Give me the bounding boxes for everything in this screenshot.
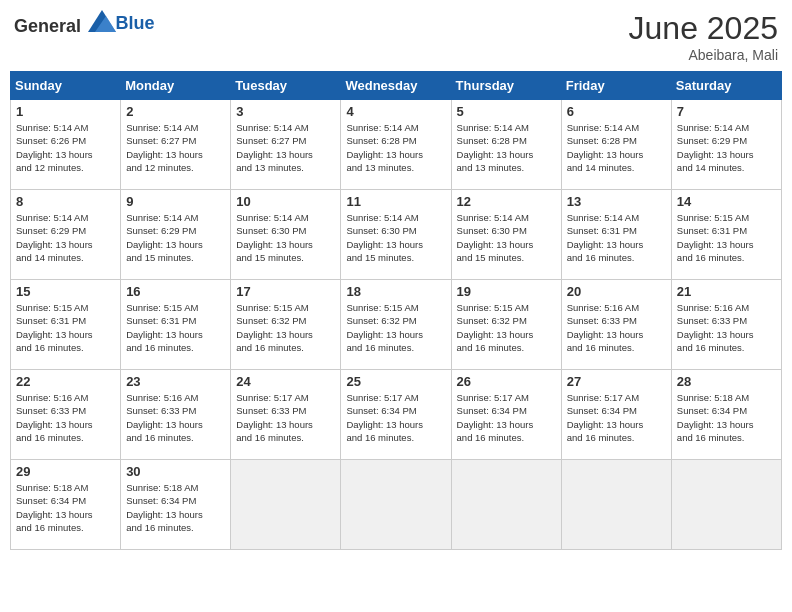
- month-title: June 2025: [629, 10, 778, 47]
- week-row-3: 15 Sunrise: 5:15 AMSunset: 6:31 PMDaylig…: [11, 280, 782, 370]
- logo-blue: Blue: [116, 13, 155, 33]
- day-20: 20 Sunrise: 5:16 AMSunset: 6:33 PMDaylig…: [561, 280, 671, 370]
- day-21: 21 Sunrise: 5:16 AMSunset: 6:33 PMDaylig…: [671, 280, 781, 370]
- day-2: 2 Sunrise: 5:14 AMSunset: 6:27 PMDayligh…: [121, 100, 231, 190]
- week-row-4: 22 Sunrise: 5:16 AMSunset: 6:33 PMDaylig…: [11, 370, 782, 460]
- day-6: 6 Sunrise: 5:14 AMSunset: 6:28 PMDayligh…: [561, 100, 671, 190]
- week-row-5: 29 Sunrise: 5:18 AMSunset: 6:34 PMDaylig…: [11, 460, 782, 550]
- day-7: 7 Sunrise: 5:14 AMSunset: 6:29 PMDayligh…: [671, 100, 781, 190]
- week-row-2: 8 Sunrise: 5:14 AMSunset: 6:29 PMDayligh…: [11, 190, 782, 280]
- day-empty-1: [231, 460, 341, 550]
- day-22: 22 Sunrise: 5:16 AMSunset: 6:33 PMDaylig…: [11, 370, 121, 460]
- day-27: 27 Sunrise: 5:17 AMSunset: 6:34 PMDaylig…: [561, 370, 671, 460]
- day-3: 3 Sunrise: 5:14 AMSunset: 6:27 PMDayligh…: [231, 100, 341, 190]
- day-14: 14 Sunrise: 5:15 AMSunset: 6:31 PMDaylig…: [671, 190, 781, 280]
- day-13: 13 Sunrise: 5:14 AMSunset: 6:31 PMDaylig…: [561, 190, 671, 280]
- day-10: 10 Sunrise: 5:14 AMSunset: 6:30 PMDaylig…: [231, 190, 341, 280]
- day-empty-5: [671, 460, 781, 550]
- day-30: 30 Sunrise: 5:18 AMSunset: 6:34 PMDaylig…: [121, 460, 231, 550]
- day-8: 8 Sunrise: 5:14 AMSunset: 6:29 PMDayligh…: [11, 190, 121, 280]
- col-thursday: Thursday: [451, 72, 561, 100]
- day-24: 24 Sunrise: 5:17 AMSunset: 6:33 PMDaylig…: [231, 370, 341, 460]
- col-friday: Friday: [561, 72, 671, 100]
- logo-icon: [88, 10, 116, 32]
- day-17: 17 Sunrise: 5:15 AMSunset: 6:32 PMDaylig…: [231, 280, 341, 370]
- col-tuesday: Tuesday: [231, 72, 341, 100]
- day-11: 11 Sunrise: 5:14 AMSunset: 6:30 PMDaylig…: [341, 190, 451, 280]
- week-row-1: 1 Sunrise: 5:14 AMSunset: 6:26 PMDayligh…: [11, 100, 782, 190]
- col-wednesday: Wednesday: [341, 72, 451, 100]
- location: Abeibara, Mali: [629, 47, 778, 63]
- calendar-table: Sunday Monday Tuesday Wednesday Thursday…: [10, 71, 782, 550]
- day-empty-4: [561, 460, 671, 550]
- col-saturday: Saturday: [671, 72, 781, 100]
- day-25: 25 Sunrise: 5:17 AMSunset: 6:34 PMDaylig…: [341, 370, 451, 460]
- day-empty-3: [451, 460, 561, 550]
- col-sunday: Sunday: [11, 72, 121, 100]
- day-5: 5 Sunrise: 5:14 AMSunset: 6:28 PMDayligh…: [451, 100, 561, 190]
- day-28: 28 Sunrise: 5:18 AMSunset: 6:34 PMDaylig…: [671, 370, 781, 460]
- day-9: 9 Sunrise: 5:14 AMSunset: 6:29 PMDayligh…: [121, 190, 231, 280]
- logo-general: General: [14, 16, 81, 36]
- day-12: 12 Sunrise: 5:14 AMSunset: 6:30 PMDaylig…: [451, 190, 561, 280]
- day-19: 19 Sunrise: 5:15 AMSunset: 6:32 PMDaylig…: [451, 280, 561, 370]
- day-16: 16 Sunrise: 5:15 AMSunset: 6:31 PMDaylig…: [121, 280, 231, 370]
- day-18: 18 Sunrise: 5:15 AMSunset: 6:32 PMDaylig…: [341, 280, 451, 370]
- title-block: June 2025 Abeibara, Mali: [629, 10, 778, 63]
- day-4: 4 Sunrise: 5:14 AMSunset: 6:28 PMDayligh…: [341, 100, 451, 190]
- col-monday: Monday: [121, 72, 231, 100]
- day-empty-2: [341, 460, 451, 550]
- day-29: 29 Sunrise: 5:18 AMSunset: 6:34 PMDaylig…: [11, 460, 121, 550]
- day-23: 23 Sunrise: 5:16 AMSunset: 6:33 PMDaylig…: [121, 370, 231, 460]
- day-26: 26 Sunrise: 5:17 AMSunset: 6:34 PMDaylig…: [451, 370, 561, 460]
- logo: General Blue: [14, 10, 155, 37]
- page-header: General Blue June 2025 Abeibara, Mali: [10, 10, 782, 63]
- day-15: 15 Sunrise: 5:15 AMSunset: 6:31 PMDaylig…: [11, 280, 121, 370]
- day-1: 1 Sunrise: 5:14 AMSunset: 6:26 PMDayligh…: [11, 100, 121, 190]
